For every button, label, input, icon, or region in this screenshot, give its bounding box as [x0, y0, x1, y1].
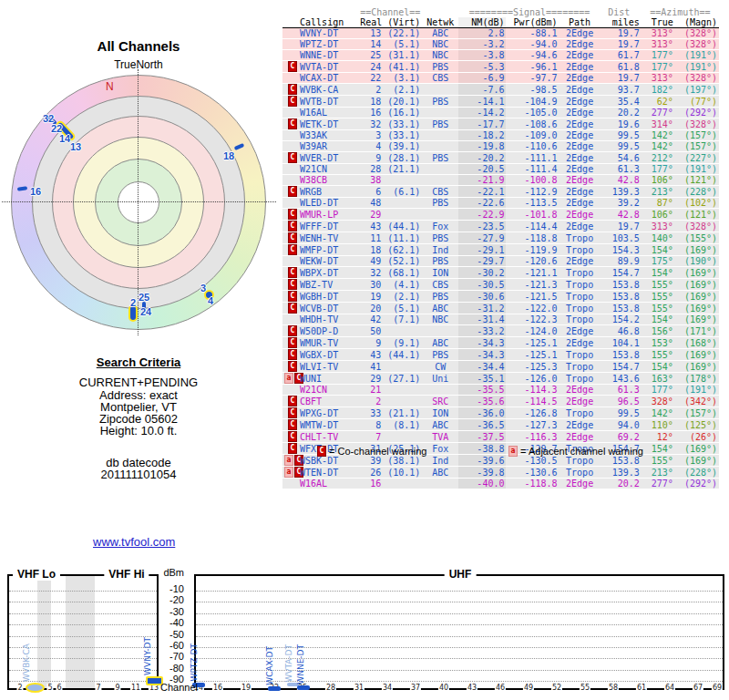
- virtual-channel-cell: (11.1): [383, 232, 422, 244]
- path-cell: 2Edge: [560, 256, 601, 267]
- warning-flags: [282, 256, 298, 267]
- co-channel-warning-badge: C: [288, 118, 297, 129]
- azimuth-magn-cell: (169°): [675, 303, 719, 314]
- noise-margin-cell: -30.6: [458, 291, 506, 303]
- distance-cell: 69.2: [601, 431, 642, 443]
- virtual-channel-cell: [383, 431, 422, 443]
- azimuth-true-cell: 155°: [642, 291, 675, 303]
- distance-cell: 19.7: [601, 28, 642, 39]
- radar-center: [118, 181, 159, 223]
- power-cell: -122.0: [506, 303, 559, 314]
- virtual-channel-cell: (31.1): [383, 50, 422, 61]
- table-row: CWBZ-TV30(4.1)CBS-30.5-121.3Tropo153.815…: [282, 279, 719, 291]
- adjacent-warning-badge: a: [284, 373, 293, 384]
- azimuth-true-cell: 62°: [642, 96, 675, 108]
- virtual-channel-cell: [383, 198, 422, 209]
- real-channel-cell: 16: [358, 108, 383, 118]
- power-cell: -113.5: [506, 198, 559, 209]
- callsign-cell: WVTB-DT: [298, 96, 358, 108]
- azimuth-magn-cell: (190°): [675, 256, 719, 267]
- vhf-panel: VHF LoVHF Hi2456791113WVBK-CAWVNY-DT: [7, 574, 159, 690]
- power-cell: -111.4: [506, 164, 559, 175]
- distance-cell: 19.6: [601, 118, 642, 130]
- noise-margin-cell: -38.8: [458, 443, 506, 455]
- network-cell: Fox: [422, 443, 458, 455]
- path-cell: 2Edge: [560, 39, 601, 50]
- path-cell: Tropo: [560, 279, 601, 291]
- real-channel-cell: 22: [358, 73, 383, 84]
- azimuth-magn-cell: (169°): [675, 349, 719, 361]
- virtual-channel-cell: [383, 361, 422, 373]
- path-cell: 2Edge: [560, 73, 601, 84]
- virtual-channel-cell: (2.1): [383, 291, 422, 303]
- dbm-tick-label: -80: [157, 663, 184, 674]
- network-cell: Uni: [422, 373, 458, 385]
- network-cell: [422, 325, 458, 337]
- distance-cell: 20.2: [601, 479, 642, 489]
- network-cell: [422, 141, 458, 152]
- path-cell: Tropo: [560, 467, 601, 479]
- network-cell: [422, 175, 458, 186]
- distance-cell: 154.7: [601, 267, 642, 279]
- distance-cell: 99.5: [601, 407, 642, 419]
- network-cell: PBS: [422, 232, 458, 244]
- distance-cell: 19.7: [601, 221, 642, 232]
- frequency-gap-band: [66, 576, 95, 688]
- noise-margin-cell: -3.8: [458, 50, 506, 61]
- co-channel-warning-badge: C: [288, 337, 297, 348]
- azimuth-true-cell: 314°: [642, 118, 675, 130]
- virtual-channel-cell: (20.1): [383, 96, 422, 108]
- callsign-cell: WLVI-TV: [298, 361, 358, 373]
- warning-flags: [282, 39, 298, 50]
- azimuth-true-cell: 156°: [642, 325, 675, 337]
- channel-tick-label: 61: [636, 684, 647, 692]
- path-cell: Tropo: [560, 267, 601, 279]
- power-cell: -101.8: [506, 209, 559, 221]
- azimuth-magn-cell: (169°): [675, 267, 719, 279]
- path-cell: Tropo: [560, 303, 601, 314]
- path-cell: 2Edge: [560, 175, 601, 186]
- warning-flags: [282, 108, 298, 118]
- table-row: WEKW-DT49(52.1)PBS-29.7-120.62Edge89.917…: [282, 256, 719, 267]
- table-row: W39AR4(39.1)-19.8-110.62Edge99.5142°(157…: [282, 141, 719, 152]
- virtual-channel-cell: [383, 325, 422, 337]
- network-cell: Fox: [422, 221, 458, 232]
- co-channel-warning-badge: C: [288, 325, 297, 336]
- virtual-channel-cell: (41.1): [383, 61, 422, 73]
- distance-cell: 154.2: [601, 314, 642, 325]
- real-channel-cell: 13: [358, 28, 383, 39]
- real-channel-cell: 32: [358, 267, 383, 279]
- distance-cell: 46.8: [601, 325, 642, 337]
- real-channel-cell: 3: [358, 130, 383, 141]
- network-cell: PBS: [422, 198, 458, 209]
- path-cell: 2Edge: [560, 221, 601, 232]
- virtual-channel-cell: [383, 209, 422, 221]
- noise-margin-cell: -31.4: [458, 314, 506, 325]
- table-row: WVNY-DT13(22.1)ABC2.8-88.12Edge19.7313°(…: [282, 28, 719, 39]
- network-cell: ION: [422, 407, 458, 419]
- real-channel-cell: 21: [358, 385, 383, 396]
- noise-margin-cell: -14.1: [458, 96, 506, 108]
- distance-cell: 153.8: [601, 349, 642, 361]
- warning-flags: C: [282, 118, 298, 130]
- virtual-channel-cell: (44.1): [383, 221, 422, 232]
- virtual-channel-cell: (39.1): [383, 141, 422, 152]
- power-cell: -121.1: [506, 267, 559, 279]
- table-row: CWGBH-DT19(2.1)PBS-30.6-121.5Tropo153.81…: [282, 291, 719, 303]
- real-channel-cell: 42: [358, 314, 383, 325]
- path-cell: Tropo: [560, 349, 601, 361]
- network-cell: [422, 479, 458, 489]
- noise-margin-cell: -14.2: [458, 108, 506, 118]
- group-header-dist: Dist: [601, 7, 642, 17]
- power-cell: -118.8: [506, 232, 559, 244]
- uhf-panel: UHF1416192225283134374043464952555861646…: [194, 574, 724, 690]
- co-channel-warning-badge: C: [288, 152, 297, 163]
- noise-margin-cell: -22.9: [458, 209, 506, 221]
- table-row: W38CB38-21.9-100.82Edge42.8106°(121°): [282, 175, 719, 186]
- power-cell: -112.9: [506, 186, 559, 198]
- dbm-gridline: [196, 647, 723, 648]
- tvfool-link[interactable]: www.tvfool.com: [93, 535, 175, 549]
- real-channel-cell: 19: [358, 291, 383, 303]
- azimuth-magn-cell: (228°): [675, 186, 719, 198]
- virtual-channel-cell: (21.1): [383, 164, 422, 175]
